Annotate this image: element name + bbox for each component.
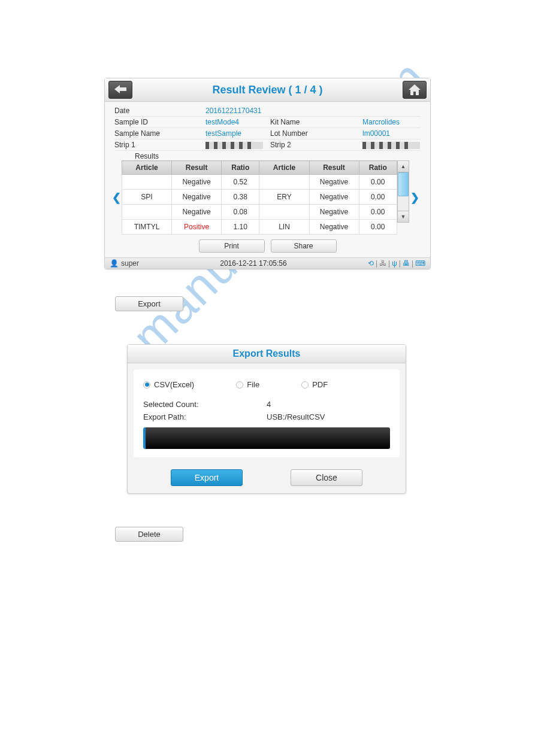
next-result-button[interactable]: ❯ <box>409 191 420 204</box>
radio-file-label: File <box>247 380 259 389</box>
radio-icon <box>301 381 309 388</box>
radio-file[interactable]: File <box>236 380 259 389</box>
radio-csv[interactable]: CSV(Excel) <box>143 380 194 389</box>
strip2-label: Strip 2 <box>270 141 362 149</box>
cell: Negative <box>309 175 359 190</box>
radio-pdf[interactable]: PDF <box>301 380 328 389</box>
cell: Negative <box>172 175 222 190</box>
network-icon: 🖧 <box>379 259 386 268</box>
sep-icon: | <box>376 259 377 268</box>
status-bar: 👤 super 2016-12-21 17:05:56 ⟲ | 🖧 | ψ | … <box>105 257 430 269</box>
cell: SPI <box>122 190 172 205</box>
status-icons: ⟲ | 🖧 | ψ | 🖶 | ⌨ <box>368 259 425 268</box>
cell: Negative <box>172 205 222 220</box>
dialog-title: Export Results <box>128 345 406 363</box>
table-row: TIMTYL Positive 1.10 LIN Negative 0.00 <box>122 220 397 235</box>
cell: 0.52 <box>222 175 259 190</box>
svg-marker-1 <box>409 84 421 95</box>
result-review-panel: Result Review ( 1 / 4 ) Date 20161221170… <box>104 78 431 269</box>
export-path-label: Export Path: <box>143 412 267 421</box>
panel-header: Result Review ( 1 / 4 ) <box>105 78 430 102</box>
table-row: Negative 0.52 Negative 0.00 <box>122 175 397 190</box>
cell <box>122 205 172 220</box>
home-icon <box>409 84 421 95</box>
radio-icon <box>236 381 243 388</box>
sample-name-value: testSample <box>205 129 270 138</box>
sep-icon: | <box>399 259 401 268</box>
table-scrollbar[interactable]: ▲ ▼ <box>397 160 409 223</box>
radio-csv-label: CSV(Excel) <box>154 380 194 389</box>
cell: 0.00 <box>359 175 397 190</box>
cell: LIN <box>259 220 309 235</box>
chevron-right-icon: ❯ <box>410 192 419 204</box>
strip2-image <box>362 142 420 149</box>
page-title: Result Review ( 1 / 4 ) <box>212 84 322 96</box>
cell: 0.38 <box>222 190 259 205</box>
svg-marker-0 <box>114 85 126 93</box>
strip1-image <box>205 142 263 149</box>
kit-name-label: Kit Name <box>270 118 362 126</box>
col-ratio-1: Ratio <box>222 161 259 175</box>
home-button[interactable] <box>403 81 427 99</box>
table-row: SPI Negative 0.38 ERY Negative 0.00 <box>122 190 397 205</box>
results-label: Results <box>135 152 430 160</box>
radio-pdf-label: PDF <box>312 380 328 389</box>
printer-icon: 🖶 <box>403 259 410 268</box>
selected-count-label: Selected Count: <box>143 400 267 409</box>
cell-positive: Positive <box>172 220 222 235</box>
cell <box>259 205 309 220</box>
sync-icon: ⟲ <box>368 259 374 268</box>
scroll-down-button[interactable]: ▼ <box>397 211 409 223</box>
chevron-up-icon: ▲ <box>401 163 406 169</box>
sample-id-value: testMode4 <box>205 118 270 126</box>
cell: 0.00 <box>359 205 397 220</box>
scroll-up-button[interactable]: ▲ <box>397 160 409 172</box>
selected-count-value: 4 <box>267 400 271 409</box>
cell: ERY <box>259 190 309 205</box>
panel-body: Date 20161221170431 Sample ID testMode4 … <box>105 102 430 257</box>
date-value: 20161221170431 <box>205 107 261 115</box>
back-button[interactable] <box>108 81 132 99</box>
date-label: Date <box>114 107 205 115</box>
chevron-down-icon: ▼ <box>401 214 406 220</box>
export-results-dialog: Export Results CSV(Excel) File PDF <box>127 344 406 494</box>
sep-icon: | <box>388 259 390 268</box>
sep-icon: | <box>412 259 413 268</box>
sample-id-label: Sample ID <box>114 118 205 126</box>
usb-icon: ψ <box>392 259 397 268</box>
cell: Negative <box>172 190 222 205</box>
scroll-thumb[interactable] <box>398 172 409 196</box>
print-button[interactable]: Print <box>199 239 265 253</box>
progress-bar <box>143 427 390 449</box>
chevron-left-icon: ❮ <box>112 192 121 204</box>
radio-icon <box>143 381 150 388</box>
sample-name-label: Sample Name <box>114 129 205 138</box>
keyboard-icon: ⌨ <box>415 259 425 268</box>
prev-result-button[interactable]: ❮ <box>111 191 122 204</box>
table-row: Negative 0.08 Negative 0.00 <box>122 205 397 220</box>
cell: Negative <box>309 205 359 220</box>
arrow-left-icon <box>114 85 126 95</box>
scroll-track[interactable] <box>397 172 409 211</box>
cell: 1.10 <box>222 220 259 235</box>
col-ratio-2: Ratio <box>359 161 397 175</box>
cell: Negative <box>309 190 359 205</box>
metadata-block: Date 20161221170431 Sample ID testMode4 … <box>105 105 430 151</box>
col-result-1: Result <box>172 161 222 175</box>
cell: 0.00 <box>359 220 397 235</box>
cell: 0.08 <box>222 205 259 220</box>
cell <box>122 175 172 190</box>
status-time: 2016-12-21 17:05:56 <box>220 259 286 268</box>
status-user: super <box>121 259 139 268</box>
export-button[interactable]: Export <box>115 296 183 311</box>
delete-button[interactable]: Delete <box>115 527 183 542</box>
export-confirm-button[interactable]: Export <box>171 469 243 486</box>
close-button[interactable]: Close <box>291 469 362 486</box>
col-article-2: Article <box>259 161 309 175</box>
col-article-1: Article <box>122 161 172 175</box>
lot-number-value: lm00001 <box>362 129 421 138</box>
user-icon: 👤 <box>110 259 119 268</box>
share-button[interactable]: Share <box>271 239 337 253</box>
lot-number-label: Lot Number <box>270 129 362 138</box>
cell <box>259 175 309 190</box>
